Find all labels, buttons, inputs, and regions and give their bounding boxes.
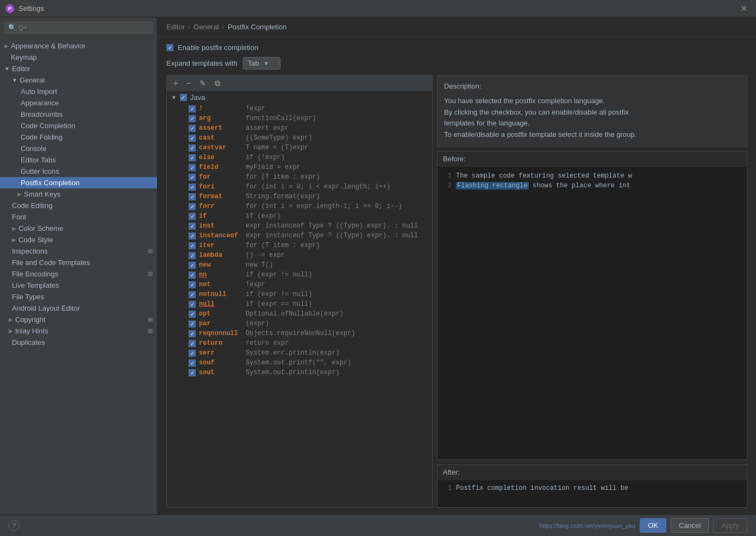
template-item[interactable]: sout System.out.println(expr) <box>167 368 432 377</box>
template-item[interactable]: lambda () -> expr <box>167 250 432 260</box>
item-checkbox[interactable] <box>189 193 196 200</box>
item-checkbox[interactable] <box>189 330 196 337</box>
template-item[interactable]: assert assert expr <box>167 123 432 133</box>
item-checkbox[interactable] <box>189 360 196 367</box>
sidebar-item-duplicates[interactable]: Duplicates <box>0 337 157 348</box>
sidebar-item-breadcrumbs[interactable]: Breadcrumbs <box>0 109 157 120</box>
template-item[interactable]: notnull if (expr != null) <box>167 289 432 299</box>
template-item[interactable]: if if (expr) <box>167 211 432 221</box>
item-checkbox[interactable] <box>189 144 196 152</box>
sidebar-item-file-encodings[interactable]: File Encodings ⊞ <box>0 268 157 280</box>
sidebar-item-android-layout-editor[interactable]: Android Layout Editor <box>0 302 157 314</box>
sidebar-item-code-completion[interactable]: Code Completion <box>0 120 157 131</box>
sidebar-item-copyright[interactable]: ▶ Copyright ⊞ <box>0 314 157 325</box>
template-item[interactable]: serr System.err.println(expr) <box>167 348 432 358</box>
item-checkbox[interactable] <box>189 125 196 132</box>
sidebar-item-general[interactable]: ▼ General <box>0 74 157 86</box>
copy-button[interactable]: ⧉ <box>211 78 223 89</box>
sidebar-item-font[interactable]: Font <box>0 211 157 223</box>
template-item[interactable]: else if (!expr) <box>167 153 432 162</box>
template-item[interactable]: opt Optional.ofNullable(expr) <box>167 309 432 319</box>
item-checkbox[interactable] <box>189 291 196 298</box>
sidebar-item-label: Color Scheme <box>18 224 153 232</box>
cancel-button[interactable]: Cancel <box>671 518 709 533</box>
sidebar-item-postfix-completion[interactable]: Postfix Completion <box>0 177 157 188</box>
sidebar-item-code-editing[interactable]: Code Editing <box>0 200 157 211</box>
help-button[interactable]: ? <box>9 520 20 531</box>
template-item[interactable]: new new T() <box>167 260 432 270</box>
item-checkbox[interactable] <box>189 262 196 269</box>
sidebar-item-editor-tabs[interactable]: Editor Tabs <box>0 154 157 166</box>
sidebar-item-code-folding[interactable]: Code Folding <box>0 131 157 143</box>
sidebar-item-color-scheme[interactable]: ▶ Color Scheme <box>0 223 157 234</box>
template-item[interactable]: inst expr instanceof Type ? ((Type) expr… <box>167 221 432 231</box>
template-item[interactable]: fori for (int i = 0; i < expr.length; i+… <box>167 182 432 192</box>
remove-button[interactable]: − <box>183 78 194 89</box>
item-checkbox[interactable] <box>189 213 196 220</box>
item-checkbox[interactable] <box>189 232 196 239</box>
template-item[interactable]: field myField = expr <box>167 162 432 172</box>
template-item[interactable]: ! !expr <box>167 104 432 113</box>
sidebar-item-file-types[interactable]: File Types <box>0 291 157 302</box>
sidebar-item-code-style[interactable]: ▶ Code Style <box>0 234 157 245</box>
item-checkbox[interactable] <box>189 320 196 327</box>
template-item[interactable]: castvar T name = (T)expr <box>167 143 432 153</box>
sidebar-item-label: Console <box>21 144 153 153</box>
expand-dropdown[interactable]: Tab ▼ <box>243 57 280 70</box>
item-checkbox[interactable] <box>189 252 196 259</box>
template-item[interactable]: return return expr <box>167 338 432 348</box>
template-item[interactable]: iter for (T item : expr) <box>167 241 432 250</box>
template-item[interactable]: null if (expr == null) <box>167 299 432 309</box>
add-button[interactable]: + <box>170 78 181 89</box>
item-checkbox[interactable] <box>189 340 196 347</box>
template-item[interactable]: arg functionCall(expr) <box>167 113 432 123</box>
sidebar-item-file-code-templates[interactable]: File and Code Templates <box>0 257 157 268</box>
template-item[interactable]: souf System.out.printf("", expr) <box>167 358 432 368</box>
close-button[interactable]: ✕ <box>737 2 751 15</box>
item-checkbox[interactable] <box>189 272 196 279</box>
edit-button[interactable]: ✎ <box>196 78 209 89</box>
item-checkbox[interactable] <box>189 369 196 376</box>
sidebar-item-gutter-icons[interactable]: Gutter Icons <box>0 166 157 177</box>
template-item[interactable]: nn if (expr != null) <box>167 270 432 280</box>
template-item[interactable]: forr for (int i = expr.length-1; i >= 0;… <box>167 201 432 211</box>
item-checkbox[interactable] <box>189 301 196 308</box>
apply-button[interactable]: Apply <box>713 518 747 533</box>
template-item[interactable]: instanceof expr instanceof Type ? ((Type… <box>167 231 432 241</box>
sidebar-item-appearance[interactable]: Appearance <box>0 97 157 109</box>
item-checkbox[interactable] <box>189 281 196 288</box>
sidebar-item-inlay-hints[interactable]: ▶ Inlay Hints ⊞ <box>0 325 157 337</box>
template-item[interactable]: cast ((SomeType) expr) <box>167 133 432 143</box>
sidebar-item-console[interactable]: Console <box>0 143 157 154</box>
enable-checkbox[interactable] <box>166 44 173 51</box>
item-checkbox[interactable] <box>189 242 196 249</box>
item-checkbox[interactable] <box>189 350 196 357</box>
sidebar-item-inspections[interactable]: Inspections ⊞ <box>0 245 157 257</box>
item-checkbox[interactable] <box>189 164 196 171</box>
ok-button[interactable]: OK <box>640 518 666 533</box>
item-checkbox[interactable] <box>189 154 196 161</box>
item-checkbox[interactable] <box>189 115 196 122</box>
sidebar-item-smart-keys[interactable]: ▶ Smart Keys <box>0 188 157 200</box>
item-checkbox[interactable] <box>189 203 196 210</box>
template-item[interactable]: reqnonnull Objects.requireNonNull(expr) <box>167 329 432 338</box>
java-group-checkbox[interactable] <box>180 94 187 101</box>
item-checkbox[interactable] <box>189 105 196 112</box>
template-item[interactable]: for for (T item : expr) <box>167 172 432 182</box>
item-checkbox[interactable] <box>189 184 196 191</box>
templates-list[interactable]: ▼ Java ! !expr arg f <box>167 91 432 507</box>
item-checkbox[interactable] <box>189 223 196 230</box>
item-checkbox[interactable] <box>189 135 196 142</box>
java-group[interactable]: ▼ Java <box>167 91 432 104</box>
template-item[interactable]: format String.format(expr) <box>167 192 432 201</box>
item-checkbox[interactable] <box>189 174 196 181</box>
sidebar-item-editor[interactable]: ▼ Editor <box>0 63 157 74</box>
sidebar-item-appearance-behavior[interactable]: ▶ Appearance & Behavior <box>0 40 157 52</box>
sidebar-item-keymap[interactable]: Keymap <box>0 52 157 63</box>
template-item[interactable]: par (expr) <box>167 319 432 329</box>
search-input[interactable] <box>18 24 149 31</box>
template-item[interactable]: not !expr <box>167 280 432 289</box>
item-checkbox[interactable] <box>189 311 196 318</box>
sidebar-item-live-templates[interactable]: Live Templates <box>0 280 157 291</box>
sidebar-item-auto-import[interactable]: Auto Import <box>0 86 157 97</box>
